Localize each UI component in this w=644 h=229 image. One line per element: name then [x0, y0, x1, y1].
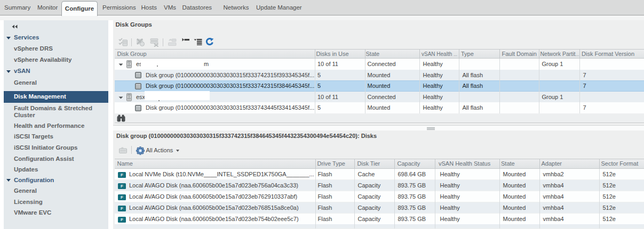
svg-text:F: F [121, 206, 123, 211]
svg-text:F: F [121, 217, 123, 222]
svg-text:F: F [121, 184, 123, 189]
svg-text:F: F [121, 195, 123, 200]
svg-text:F: F [121, 173, 123, 177]
